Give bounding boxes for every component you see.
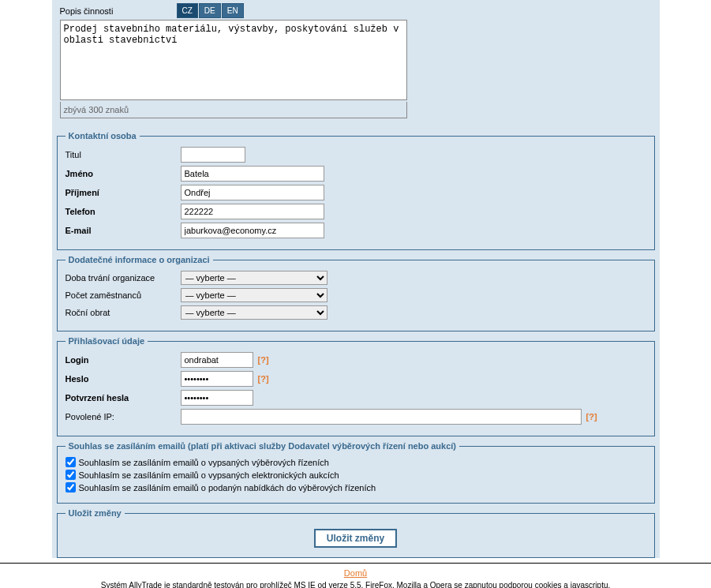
contact-legend: Kontaktní osoba — [65, 131, 140, 140]
consent1-label: Souhlasím se zasíláním emailů o vypsanýc… — [79, 458, 329, 467]
orginfo-fieldset: Dodatečné informace o organizaci Doba tr… — [57, 255, 655, 331]
email-label: E-mail — [65, 226, 181, 235]
titul-label: Titul — [65, 150, 181, 159]
orginfo-legend: Dodatečné informace o organizaci — [65, 255, 213, 264]
prijmeni-field[interactable] — [181, 185, 324, 200]
prijmeni-label: Příjmení — [65, 188, 181, 197]
login-help-icon[interactable]: [?] — [258, 355, 269, 365]
obrat-select[interactable]: — vyberte — — [181, 305, 327, 320]
telefon-field[interactable] — [181, 204, 324, 219]
potvrz-field[interactable] — [181, 390, 253, 406]
login-fieldset: Přihlašovací údaje Login[?] Heslo[?] Pot… — [57, 336, 655, 436]
consent-legend: Souhlas se zasíláním emailů (platí při a… — [65, 441, 460, 451]
potvrz-label: Potvrzení hesla — [65, 393, 181, 403]
email-field[interactable] — [181, 223, 324, 238]
lang-tab-en[interactable]: EN — [222, 3, 244, 18]
save-fieldset: Uložit změny Uložit změny — [57, 508, 655, 558]
consent3-checkbox[interactable] — [65, 482, 76, 492]
consent1-checkbox[interactable] — [65, 457, 76, 467]
jmeno-label: Jméno — [65, 169, 181, 178]
heslo-help-icon[interactable]: [?] — [258, 374, 269, 384]
login-legend: Přihlašovací údaje — [65, 336, 148, 346]
titul-field[interactable] — [181, 147, 245, 163]
char-remaining: zbývá 300 znaků — [60, 102, 407, 118]
heslo-label: Heslo — [65, 374, 181, 384]
system-note: Systém AllyTrade je standardně testován … — [0, 581, 711, 588]
login-label: Login — [65, 355, 181, 365]
save-legend: Uložit změny — [65, 508, 125, 518]
consent-fieldset: Souhlas se zasíláním emailů (platí při a… — [57, 441, 655, 504]
ip-field[interactable] — [181, 409, 582, 425]
lang-tab-de[interactable]: DE — [199, 3, 221, 18]
home-link[interactable]: Domů — [344, 568, 367, 578]
ip-label: Povolené IP: — [65, 412, 181, 421]
heslo-field[interactable] — [181, 371, 253, 387]
activity-textarea[interactable] — [60, 20, 407, 100]
obrat-label: Roční obrat — [65, 308, 181, 317]
telefon-label: Telefon — [65, 207, 181, 216]
pocet-label: Počet zaměstnanců — [65, 290, 181, 300]
ip-help-icon[interactable]: [?] — [586, 412, 597, 421]
contact-fieldset: Kontaktní osoba Titul Jméno Příjmení Tel… — [57, 131, 655, 250]
doba-select[interactable]: — vyberte — — [181, 271, 327, 285]
doba-label: Doba trvání organizace — [65, 273, 181, 283]
consent2-label: Souhlasím se zasíláním emailů o vypsanýc… — [79, 470, 339, 480]
consent2-checkbox[interactable] — [65, 470, 76, 480]
save-button[interactable]: Uložit změny — [314, 529, 397, 548]
lang-tab-cz[interactable]: CZ — [177, 3, 198, 18]
jmeno-field[interactable] — [181, 166, 324, 182]
login-field[interactable] — [181, 352, 253, 368]
pocet-select[interactable]: — vyberte — — [181, 288, 327, 302]
activity-label: Popis činnosti — [60, 6, 177, 16]
consent3-label: Souhlasím se zasíláním emailů o podanýn … — [79, 483, 376, 492]
